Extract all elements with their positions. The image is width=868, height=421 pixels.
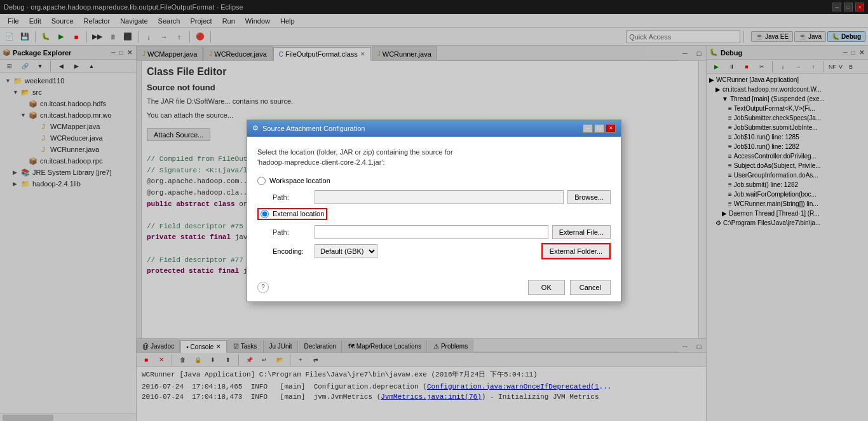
modal-title-icon: ⚙ [252,124,259,132]
modal-desc-line1: Select the location (folder, JAR or zip)… [257,148,453,156]
external-path-row: Path: External File... [273,225,611,239]
workspace-radio[interactable] [257,177,266,185]
external-path-input[interactable] [315,225,548,239]
encoding-label: Encoding: [273,247,311,255]
encoding-select[interactable]: Default (GBK) UTF-8 ISO-8859-1 [315,244,377,258]
workspace-path-label: Path: [273,193,311,201]
workspace-radio-row: Workspace location [257,177,611,185]
external-location-radio-wrapper: External location [257,208,327,220]
browse-btn[interactable]: Browse... [567,190,611,204]
modal-minimize-btn[interactable]: ─ [583,124,593,133]
external-path-label: Path: [273,228,311,236]
modal-close-btn[interactable]: ✕ [606,124,616,133]
external-radio[interactable] [261,210,269,218]
external-folder-btn-wrapper: External Folder... [541,243,611,259]
workspace-path-row: Path: Browse... [273,190,611,204]
external-file-btn[interactable]: External File... [552,225,611,239]
modal-body: Select the location (folder, JAR or zip)… [247,137,621,273]
external-folder-btn[interactable]: External Folder... [543,244,609,258]
cancel-btn[interactable]: Cancel [570,280,611,295]
ok-btn[interactable]: OK [528,280,565,295]
modal-titlebar: ⚙ Source Attachment Configuration ─ □ ✕ [247,120,621,137]
modal-maximize-btn[interactable]: □ [594,124,604,133]
workspace-path-input[interactable] [315,190,564,204]
modal-title-area: ⚙ Source Attachment Configuration [252,124,365,132]
help-icon[interactable]: ? [257,282,269,293]
modal-desc-line2: 'hadoop-mapreduce-client-core-2.4.1.jar'… [257,158,384,166]
modal-controls: ─ □ ✕ [583,124,616,133]
modal-footer: ? OK Cancel [247,273,621,301]
source-attachment-dialog: ⚙ Source Attachment Configuration ─ □ ✕ … [247,120,621,302]
encoding-row: Encoding: Default (GBK) UTF-8 ISO-8859-1… [273,243,611,259]
external-radio-label[interactable]: External location [273,210,324,217]
workspace-radio-label[interactable]: Workspace location [269,177,330,184]
modal-overlay: ⚙ Source Attachment Configuration ─ □ ✕ … [0,0,868,421]
modal-description: Select the location (folder, JAR or zip)… [257,147,611,168]
modal-title-text: Source Attachment Configuration [262,125,365,132]
external-radio-row: External location [257,208,611,220]
